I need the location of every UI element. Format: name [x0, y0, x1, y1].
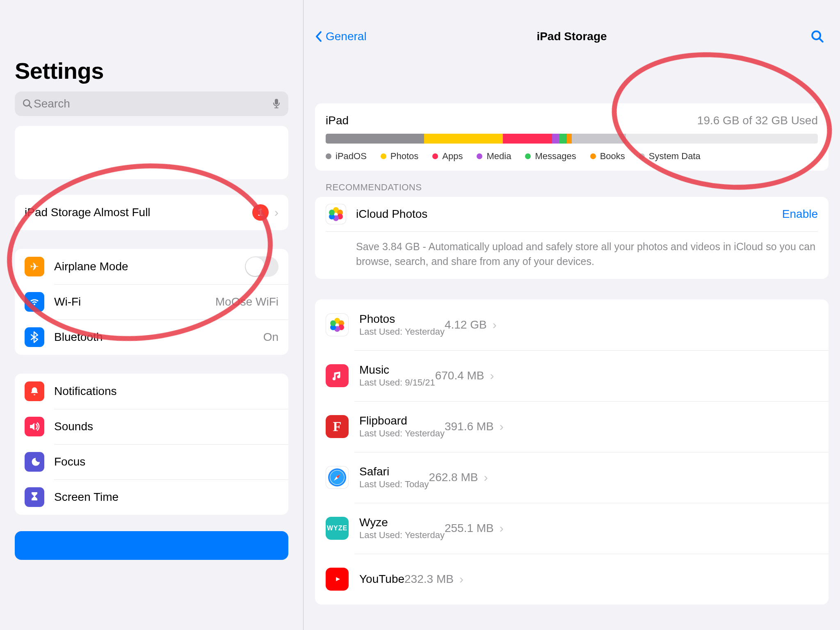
app-last-used: Last Used: 9/15/21 [359, 377, 435, 388]
app-size: 255.1 MB [445, 522, 494, 535]
chevron-right-icon: › [274, 205, 278, 219]
storage-alert-label: iPad Storage Almost Full [25, 206, 151, 219]
storage-segment-books [567, 134, 572, 144]
chevron-right-icon: › [490, 369, 494, 383]
app-name: Photos [359, 313, 445, 326]
legend-dot [639, 153, 645, 159]
storage-summary-card: iPad 19.6 GB of 32 GB Used iPadOSPhotosA… [315, 103, 829, 171]
focus-row[interactable]: Focus [15, 444, 288, 479]
wifi-pill-icon [25, 292, 44, 312]
legend-label: Books [600, 151, 625, 162]
app-size: 232.3 MB [404, 573, 454, 586]
storage-alert-row[interactable]: iPad Storage Almost Full 1 › [15, 195, 288, 230]
legend-label: Messages [535, 151, 576, 162]
recommendation-title: iCloud Photos [356, 208, 782, 221]
airplane-mode-label: Airplane Mode [54, 260, 128, 273]
wifi-label: Wi-Fi [54, 295, 81, 308]
app-name: Wyze [359, 516, 445, 529]
photos-icon [326, 204, 346, 224]
flip-icon: F [326, 415, 349, 438]
enable-button[interactable]: Enable [782, 208, 818, 221]
search-icon [22, 98, 33, 109]
app-name: Flipboard [359, 414, 445, 427]
storage-segment-media [552, 134, 559, 144]
sounds-label: Sounds [54, 420, 93, 433]
bluetooth-label: Bluetooth [54, 331, 103, 344]
photos-icon [326, 313, 349, 336]
search-field[interactable] [15, 91, 288, 116]
recommendation-card[interactable]: iCloud Photos Enable Save 3.84 GB - Auto… [315, 197, 829, 279]
safari-icon [326, 466, 349, 489]
chevron-right-icon: › [459, 572, 463, 586]
airplane-icon: ✈ [25, 257, 44, 276]
app-size: 4.12 GB [445, 318, 487, 331]
app-row-youtube[interactable]: YouTube232.3 MB› [315, 554, 829, 605]
legend-item-books: Books [590, 151, 625, 162]
chevron-right-icon: › [500, 521, 504, 535]
app-list: PhotosLast Used: Yesterday4.12 GB›MusicL… [315, 299, 829, 605]
apple-id-card[interactable] [15, 126, 288, 179]
app-name: YouTube [359, 573, 404, 586]
wifi-row[interactable]: Wi-Fi MoOse WiFi [15, 284, 288, 320]
settings-sidebar: Settings iPad Storage Almost Full 1 › [0, 0, 304, 630]
bluetooth-value: On [263, 331, 278, 344]
bluetooth-row[interactable]: Bluetooth On [15, 320, 288, 355]
notifications-row[interactable]: Notifications [15, 374, 288, 409]
recommendation-body: Save 3.84 GB - Automatically upload and … [326, 231, 818, 279]
back-button[interactable]: General [315, 30, 367, 43]
legend-item-ipados: iPadOS [326, 151, 367, 162]
selected-row-indicator[interactable] [15, 531, 288, 560]
recommendations-header: RECOMMENDATIONS [326, 182, 829, 193]
app-row-music[interactable]: MusicLast Used: 9/15/21670.4 MB› [315, 350, 829, 401]
chevron-right-icon: › [493, 318, 497, 332]
app-size: 262.8 MB [429, 471, 478, 484]
legend-label: iPadOS [336, 151, 367, 162]
svg-line-1 [29, 105, 32, 108]
airplane-mode-row[interactable]: ✈ Airplane Mode [15, 249, 288, 284]
dictation-icon[interactable] [272, 98, 281, 110]
nav-bar: General iPad Storage [315, 22, 829, 51]
app-size: 391.6 MB [445, 420, 494, 433]
sidebar-title: Settings [15, 57, 288, 84]
app-row-safari[interactable]: SafariLast Used: Today262.8 MB› [315, 452, 829, 503]
search-input[interactable] [33, 97, 272, 111]
screen-time-icon [25, 487, 44, 507]
legend-dot [432, 153, 438, 159]
storage-segment-apps [503, 134, 552, 144]
app-row-flipboard[interactable]: FFlipboardLast Used: Yesterday391.6 MB› [315, 401, 829, 452]
legend-label: Apps [442, 151, 463, 162]
svg-line-4 [819, 38, 823, 42]
legend-item-messages: Messages [525, 151, 576, 162]
app-row-wyze[interactable]: WYZEWyzeLast Used: Yesterday255.1 MB› [315, 503, 829, 554]
legend-item-apps: Apps [432, 151, 463, 162]
app-name: Safari [359, 465, 429, 478]
app-row-photos[interactable]: PhotosLast Used: Yesterday4.12 GB› [315, 299, 829, 350]
search-button[interactable] [810, 30, 824, 43]
focus-icon [25, 452, 44, 472]
legend-dot [590, 153, 596, 159]
app-last-used: Last Used: Yesterday [359, 530, 445, 541]
storage-legend: iPadOSPhotosAppsMediaMessagesBooksSystem… [326, 151, 818, 162]
screen-time-row[interactable]: Screen Time [15, 479, 288, 515]
app-size: 670.4 MB [435, 369, 484, 382]
device-name: iPad [326, 114, 349, 127]
page-title: iPad Storage [536, 30, 607, 43]
storage-segment-messages [559, 134, 567, 144]
notifications-label: Notifications [54, 385, 117, 398]
back-label: General [326, 30, 367, 43]
storage-segment-system-data [572, 134, 626, 144]
focus-label: Focus [54, 455, 85, 468]
legend-item-photos: Photos [381, 151, 419, 162]
legend-dot [525, 153, 531, 159]
app-last-used: Last Used: Today [359, 479, 429, 490]
chevron-right-icon: › [500, 420, 504, 434]
airplane-mode-switch[interactable] [245, 256, 278, 277]
app-last-used: Last Used: Yesterday [359, 428, 445, 439]
sounds-row[interactable]: Sounds [15, 409, 288, 444]
legend-label: Photos [390, 151, 419, 162]
notifications-icon [25, 381, 44, 401]
youtube-icon [326, 568, 349, 591]
storage-segment-photos [424, 134, 503, 144]
legend-item-media: Media [477, 151, 511, 162]
screen-time-label: Screen Time [54, 491, 119, 504]
